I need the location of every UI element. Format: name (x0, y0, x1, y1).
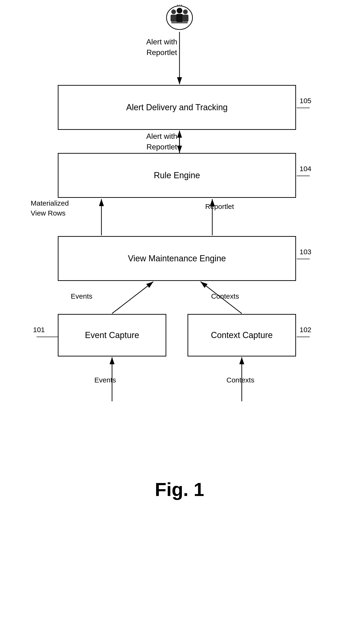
view-maintenance-label: View Maintenance Engine (128, 254, 226, 264)
alert-delivery-ref: 105 (300, 97, 311, 105)
event-capture-label: Event Capture (85, 330, 139, 340)
svg-rect-15 (176, 14, 183, 22)
svg-line-7 (112, 282, 153, 314)
view-maintenance-box: View Maintenance Engine (58, 236, 296, 281)
diagram-container: Alert with Reportlet Alert Delivery and … (0, 0, 359, 519)
alert-delivery-label: Alert Delivery and Tracking (126, 102, 228, 112)
svg-rect-13 (171, 15, 177, 22)
svg-rect-18 (171, 22, 188, 23)
contexts-top-label: Contexts (211, 292, 239, 301)
event-capture-ref: 101 (33, 326, 45, 334)
event-capture-box: Event Capture (58, 314, 166, 356)
reportlet-label: Reportlet (205, 202, 234, 211)
alert-with-reportlet-mid-label: Alert with Reportlet (146, 131, 177, 152)
svg-point-16 (183, 10, 188, 14)
alert-with-reportlet-top-label: Alert with Reportlet (146, 36, 177, 58)
rule-engine-box: Rule Engine (58, 153, 296, 198)
events-bottom-label: Events (94, 375, 116, 384)
context-capture-ref: 102 (300, 326, 311, 334)
materialized-view-rows-label: Materialized View Rows (31, 198, 69, 218)
context-capture-box: Context Capture (188, 314, 296, 356)
svg-point-12 (171, 10, 176, 14)
svg-rect-17 (182, 15, 188, 22)
rule-engine-ref: 104 (300, 165, 311, 173)
svg-point-14 (177, 8, 182, 14)
person-icon (165, 5, 194, 31)
view-maintenance-ref: 103 (300, 248, 311, 256)
figure-label: Fig. 1 (155, 479, 204, 500)
context-capture-label: Context Capture (211, 330, 273, 340)
rule-engine-label: Rule Engine (154, 170, 200, 180)
events-top-label: Events (71, 292, 92, 301)
contexts-bottom-label: Contexts (226, 375, 254, 384)
alert-delivery-box: Alert Delivery and Tracking (58, 85, 296, 130)
